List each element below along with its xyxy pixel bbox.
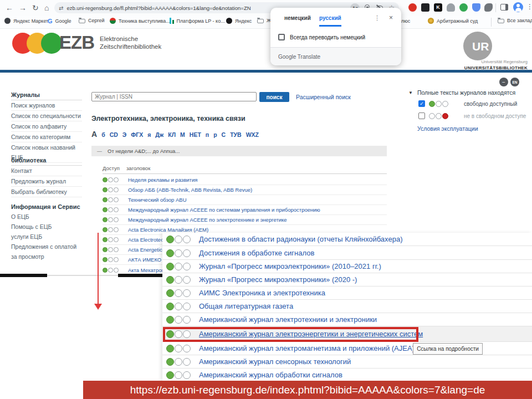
range-collapse-bar[interactable]: — От недели A&D;... до Annua... bbox=[91, 146, 387, 156]
alpha-link[interactable]: б bbox=[101, 131, 105, 138]
alpha-link[interactable]: НЕТ bbox=[190, 131, 201, 138]
alpha-link[interactable]: С bbox=[222, 131, 226, 138]
sidebar-item-list-by-category[interactable]: Список по категориям bbox=[11, 132, 82, 142]
alpha-link[interactable]: п bbox=[206, 131, 209, 138]
header-divider-bar bbox=[0, 70, 532, 73]
journal-link[interactable]: Международный журнал ACEEE по системам у… bbox=[128, 207, 320, 213]
fulltext-panel-header[interactable]: ▼ Полные тексты журналов находятся bbox=[408, 89, 515, 96]
journal-link[interactable]: Технический обзор ABU bbox=[128, 197, 187, 203]
checkbox-checked[interactable]: ✓ bbox=[418, 100, 425, 107]
journal-search-input[interactable] bbox=[91, 92, 257, 101]
extensions-puzzle-icon[interactable] bbox=[484, 3, 493, 12]
site-permissions-icon[interactable]: ⇄ bbox=[59, 5, 63, 11]
sidebar-item-about-ezb[interactable]: О ЕЦБ bbox=[11, 212, 82, 222]
journal-link[interactable]: Журнал «Прогресс микроэлектроники» (2020… bbox=[199, 275, 357, 284]
ur-logo-text[interactable]: UR bbox=[472, 40, 489, 53]
alpha-link[interactable]: Дж bbox=[155, 131, 163, 138]
extension-green-icon[interactable] bbox=[459, 3, 468, 12]
bookmark-google[interactable]: G Google bbox=[48, 18, 71, 24]
journal-link[interactable]: Международный журнал ACEEE по электротех… bbox=[128, 217, 287, 223]
alpha-link[interactable]: М bbox=[180, 131, 185, 138]
journal-link[interactable]: Общая литературная газета bbox=[199, 302, 293, 310]
sidebar-item-list-alphabetical[interactable]: Список по алфавиту bbox=[11, 121, 82, 132]
extension-camera-icon[interactable] bbox=[421, 3, 429, 12]
traffic-light-icon bbox=[166, 289, 191, 297]
journal-link[interactable]: Acta Electrotech bbox=[128, 237, 166, 243]
sidebar-item-suggest-journal[interactable]: Предложить журнал bbox=[11, 176, 82, 187]
bookmarks-divider bbox=[491, 18, 492, 27]
alpha-link[interactable]: ТУВ bbox=[230, 131, 242, 138]
journal-link[interactable]: Американский журнал обработки сигналов bbox=[199, 371, 342, 379]
alpha-link[interactable]: WXZ bbox=[246, 131, 259, 138]
alpha-link[interactable]: CD bbox=[110, 131, 118, 138]
terms-of-use-link[interactable]: Условия эксплуатации bbox=[417, 125, 478, 132]
bookmark-technika[interactable]: Техника выступлива... bbox=[110, 18, 170, 24]
journal-link[interactable]: Достижения в области радионауки (отчеты … bbox=[199, 235, 402, 243]
sidebar-item-help[interactable]: Помощь с ЕЦБ bbox=[11, 222, 82, 232]
bars-icon bbox=[170, 18, 174, 24]
journal-link[interactable]: Неделя рекламы и развития bbox=[128, 177, 197, 183]
home-icon[interactable]: ⌂ bbox=[44, 2, 49, 13]
journal-link[interactable]: Журнал «Прогресс микроэлектроники» (2010… bbox=[199, 262, 381, 270]
sidebar-item-contact[interactable]: Контакт bbox=[11, 166, 82, 176]
language-en-button[interactable]: EN bbox=[510, 78, 519, 86]
profile-avatar[interactable] bbox=[513, 2, 523, 12]
banner-url-text: https://ezb.uni-regensburg.de/index.phtm… bbox=[130, 384, 485, 396]
journal-link[interactable]: АИМС Электроника и электротехника bbox=[199, 289, 325, 297]
search-button[interactable]: поиск bbox=[259, 92, 289, 102]
tab-source-language[interactable]: немецкий bbox=[284, 15, 311, 21]
always-translate-label: Всегда переводить немецкий bbox=[290, 34, 365, 40]
tab-target-language[interactable]: русский bbox=[319, 15, 341, 27]
sidebar-item-pay-per-view[interactable]: Предложения с оплатой за просмотр bbox=[11, 242, 82, 262]
table-row: Технический обзор ABU bbox=[103, 195, 387, 205]
ezb-logo-text[interactable]: EZB bbox=[59, 32, 94, 53]
sidebar-item-choose-library[interactable]: Выбрать библиотеку bbox=[11, 187, 82, 197]
collapse-icon[interactable]: — bbox=[97, 149, 102, 154]
journal-link[interactable]: Acta Electronica Малайзия (AEM) bbox=[128, 227, 208, 233]
alpha-current[interactable]: А bbox=[91, 130, 97, 139]
checkbox-unchecked[interactable] bbox=[278, 34, 285, 40]
extension-gray-icon[interactable] bbox=[447, 3, 455, 12]
link-tooltip: Ссылка на подробности bbox=[413, 343, 483, 355]
bookmark-folder-sergey[interactable]: Сергей bbox=[79, 18, 105, 23]
checkbox-unchecked[interactable] bbox=[418, 112, 425, 119]
alpha-link[interactable]: КЛ bbox=[168, 131, 176, 138]
contrast-toggle-button[interactable]: − bbox=[499, 78, 508, 86]
bookmark-yandex-market[interactable]: Яндекс Маркет bbox=[4, 18, 48, 24]
sidebar-item-list-by-subject[interactable]: Список по специальности bbox=[11, 111, 82, 121]
bookmark-label: Все закладки bbox=[507, 18, 532, 23]
alpha-link[interactable]: р bbox=[213, 131, 217, 138]
journal-link[interactable]: Достижения в обработке сигналов bbox=[199, 249, 314, 257]
all-bookmarks-button[interactable]: Все закладки bbox=[498, 18, 532, 23]
extension-k-icon[interactable]: K bbox=[434, 3, 442, 12]
alpha-link[interactable]: ФГХ bbox=[131, 131, 143, 138]
journal-link[interactable]: Американский журнал электротехники и эле… bbox=[199, 315, 377, 324]
traffic-light-icon bbox=[166, 276, 191, 284]
forward-icon[interactable]: → bbox=[19, 2, 27, 13]
extension-pin-icon[interactable] bbox=[408, 3, 417, 12]
alpha-link[interactable]: я bbox=[147, 131, 151, 138]
journal-link[interactable]: Обзор АББ (ABB-Technik, ABB Revista, ABB… bbox=[128, 187, 252, 193]
ezb-name-line2: Zeitschriftenbibliothek bbox=[100, 43, 161, 50]
bookmark-yandex[interactable]: Яндекс bbox=[226, 18, 252, 24]
journal-link[interactable]: Американский журнал электромагнетизма и … bbox=[199, 344, 415, 352]
extension-lock-icon[interactable] bbox=[472, 3, 480, 12]
journal-link[interactable]: АКТА ИМЕКО bbox=[128, 257, 161, 263]
sidebar-item-search-journals[interactable]: Поиск журналов bbox=[11, 100, 82, 111]
journal-link[interactable]: Acta Energetica bbox=[128, 247, 165, 253]
bookmark-platforma-lp[interactable]: Платформа LP - ко... bbox=[170, 18, 225, 24]
bookmark-arbitrazh[interactable]: Арбитражный суд bbox=[428, 18, 478, 24]
traffic-light-icon bbox=[166, 249, 191, 257]
side-panel-icon[interactable] bbox=[500, 4, 508, 11]
back-icon[interactable]: ← bbox=[6, 2, 13, 13]
alpha-link[interactable]: Э bbox=[122, 131, 126, 138]
journal-link[interactable]: Американский журнал сенсорных технологий bbox=[199, 357, 351, 366]
advanced-search-link[interactable]: Расширенный поиск bbox=[296, 94, 351, 100]
translate-options-icon[interactable]: ⋮ bbox=[374, 14, 380, 22]
browser-menu-icon[interactable]: ⋮ bbox=[526, 3, 532, 11]
sidebar-item-services[interactable]: услуги ЕЦБ bbox=[11, 232, 82, 242]
reload-icon[interactable]: ↻ bbox=[32, 2, 39, 13]
column-header-title: заголовок bbox=[126, 165, 150, 171]
journal-link[interactable]: Акта Мехатрони bbox=[128, 267, 167, 273]
close-icon[interactable]: × bbox=[389, 14, 393, 22]
